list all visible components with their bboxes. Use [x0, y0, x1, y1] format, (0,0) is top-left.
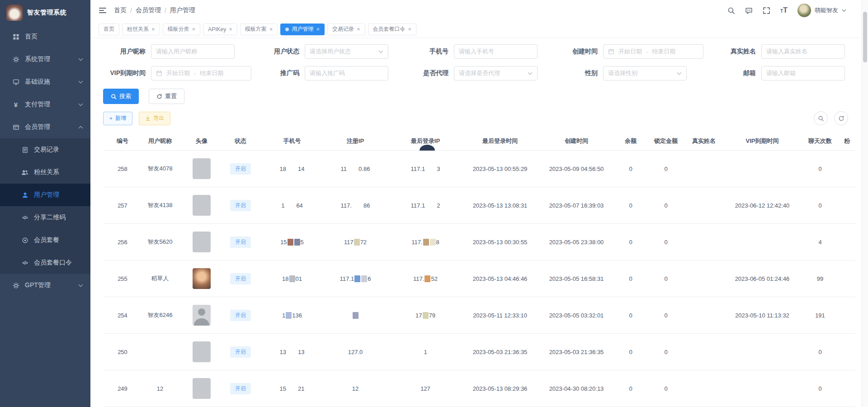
sidebar-item-基础设施[interactable]: 基础设施	[0, 71, 90, 93]
filter-field-用户状态: 用户状态请选择用户状态	[257, 44, 406, 59]
cell-nickname: 智友4078	[136, 165, 184, 173]
daterange-end-placeholder: 结束日期	[200, 69, 223, 77]
sidebar-item-粉丝关系[interactable]: 粉丝关系	[0, 161, 90, 184]
sidebar-item-支付管理[interactable]: ¥支付管理	[0, 93, 90, 116]
cell-register-ip-prefix: 117.1	[340, 275, 354, 282]
tab-粉丝关系[interactable]: 粉丝关系×	[122, 24, 160, 35]
home-icon	[12, 33, 20, 41]
filter-select-是否代理[interactable]: 请选择是否代理	[454, 66, 538, 80]
cell-chat-count: 4	[802, 239, 838, 246]
sidebar-item-会员管理[interactable]: 会员管理	[0, 116, 90, 138]
cell-register-ip: 12	[322, 385, 389, 392]
tab-close-icon[interactable]: ×	[357, 26, 360, 32]
column-header-last-login-time: 最后登录时间	[462, 137, 538, 145]
tab-用户管理[interactable]: 用户管理×	[280, 24, 325, 35]
font-size-icon[interactable]: TT	[780, 7, 788, 14]
breadcrumb-item[interactable]: 会员管理	[136, 6, 161, 14]
cell-id: 257	[109, 202, 136, 209]
tab-模板分类[interactable]: 模板分类×	[163, 24, 201, 35]
cell-phone-suffix: 01	[296, 275, 302, 282]
refresh-icon[interactable]	[834, 111, 848, 125]
tab-close-icon[interactable]: ×	[192, 26, 196, 32]
filter-input-手机号[interactable]: 请输入手机号	[454, 44, 538, 59]
chevron-down-icon	[378, 50, 383, 53]
tab-close-icon[interactable]: ×	[229, 26, 232, 32]
cell-id: 258	[109, 166, 136, 172]
cell-status: 开启	[219, 237, 262, 248]
filter-input-用户昵称[interactable]: 请输入用户昵称	[151, 44, 235, 59]
tab-模板方案[interactable]: 模板方案×	[240, 24, 278, 35]
user-menu[interactable]: 萌能智友	[797, 4, 846, 17]
avatar	[193, 195, 211, 216]
sidebar-item-会员套餐[interactable]: 会员套餐	[0, 229, 90, 251]
filter-field-性别: 性别请选择性别	[555, 66, 713, 80]
sidebar-item-GPT管理[interactable]: GPT管理	[0, 274, 90, 297]
cell-phone-suffix: 13	[298, 349, 304, 355]
cell-balance: 0	[615, 166, 646, 172]
reset-button[interactable]: 重置	[149, 89, 184, 104]
filter-label: 用户昵称	[103, 47, 151, 56]
sidebar-item-交易记录[interactable]: 交易记录	[0, 138, 90, 161]
table-row: 256智友5620开启15511772117.82023-05-13 00:30…	[103, 224, 855, 260]
cell-id: 250	[109, 349, 136, 355]
search-icon[interactable]	[727, 7, 735, 14]
cell-status: 开启	[219, 346, 262, 358]
daterange-end-placeholder: 结束日期	[652, 47, 675, 56]
search-icon	[111, 94, 117, 99]
cell-phone-prefix: 13	[280, 349, 286, 355]
tab-close-icon[interactable]: ×	[269, 26, 273, 32]
sidebar-item-会员套餐口令[interactable]: </>会员套餐口令	[0, 251, 90, 274]
tab-close-icon[interactable]: ×	[316, 26, 320, 32]
status-badge: 开启	[230, 200, 251, 211]
column-search-icon[interactable]	[814, 111, 828, 125]
filter-daterange-创建时间[interactable]: 开始日期-结束日期	[603, 44, 703, 59]
sidebar-item-首页[interactable]: 首页	[0, 25, 90, 48]
filter-input-推广码[interactable]: 请输入推广码	[305, 66, 388, 80]
sidebar-item-分享二维码[interactable]: </>分享二维码	[0, 206, 90, 229]
filter-input-邮箱[interactable]: 请输入邮箱	[761, 66, 845, 80]
fullscreen-icon[interactable]	[763, 7, 770, 14]
sidebar: 智友管理系统 首页系统管理基础设施¥支付管理会员管理交易记录粉丝关系用户管理</…	[0, 0, 90, 407]
export-button[interactable]: 导出	[139, 112, 170, 125]
status-badge: 开启	[230, 310, 251, 321]
sidebar-item-label: 会员套餐	[34, 236, 59, 244]
sidebar-collapse-icon[interactable]	[99, 6, 107, 14]
message-icon[interactable]	[745, 7, 753, 14]
tab-close-icon[interactable]: ×	[151, 26, 155, 32]
sidebar-item-系统管理[interactable]: 系统管理	[0, 48, 90, 71]
tab-APIKey[interactable]: APIKey×	[203, 24, 237, 35]
filter-form: 用户昵称请输入用户昵称用户状态请选择用户状态手机号请输入手机号创建时间开始日期-…	[103, 44, 855, 80]
scrollbar-thumb[interactable]	[863, 12, 867, 62]
sidebar-item-用户管理[interactable]: 用户管理	[0, 184, 90, 206]
filter-input-真实姓名[interactable]: 请输入真实姓名	[761, 44, 845, 59]
cell-status: 开启	[219, 273, 262, 284]
chevron-down-icon	[677, 72, 682, 75]
cell-register-ip: 117.86	[322, 202, 389, 209]
filter-select-用户状态[interactable]: 请选择用户状态	[305, 44, 388, 59]
filter-daterange-VIP到期时间[interactable]: 开始日期-结束日期	[151, 66, 251, 80]
column-header-avatar: 头像	[184, 137, 219, 145]
page-scrollbar[interactable]	[862, 0, 868, 407]
cell-phone: 1801	[262, 275, 322, 282]
cell-chat-count: 0	[802, 349, 838, 355]
cell-register-ip: 110.86	[322, 166, 389, 172]
breadcrumb-item[interactable]: 首页	[114, 6, 127, 14]
tab-首页[interactable]: 首页	[99, 24, 119, 35]
filter-label: 用户状态	[257, 47, 305, 56]
redaction-block	[353, 312, 359, 319]
breadcrumb-item[interactable]: 用户管理	[170, 6, 195, 14]
tab-close-icon[interactable]: ×	[408, 26, 412, 32]
cell-chat-count: 0	[802, 202, 838, 209]
column-header-phone: 手机号	[262, 137, 322, 145]
cell-last-login-ip-prefix: 127	[420, 385, 430, 392]
add-button[interactable]: + 新增	[103, 112, 132, 125]
cell-register-ip-suffix: 86	[363, 202, 370, 209]
cell-avatar	[184, 341, 219, 362]
search-button[interactable]: 搜索	[103, 89, 139, 104]
cell-created-time: 2023-05-03 21:36:35	[538, 349, 615, 355]
table-tools	[814, 111, 855, 125]
cell-phone-suffix: 14	[298, 166, 304, 172]
tab-会员套餐口令[interactable]: 会员套餐口令×	[368, 24, 417, 35]
tab-交易记录[interactable]: 交易记录×	[327, 24, 365, 35]
filter-select-性别[interactable]: 请选择性别	[603, 66, 687, 80]
